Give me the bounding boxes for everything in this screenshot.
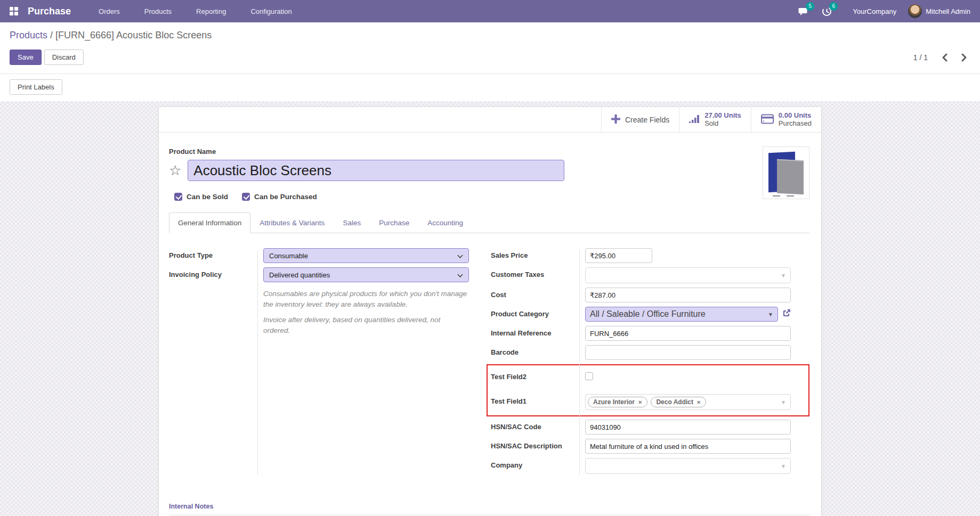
invoicing-policy-select[interactable]: Delivered quantities	[263, 267, 469, 282]
menu-reporting[interactable]: Reporting	[196, 7, 226, 15]
tab-purchase[interactable]: Purchase	[370, 212, 418, 233]
tab-attributes-variants[interactable]: Attributes & Variants	[250, 212, 334, 233]
tab-sales[interactable]: Sales	[334, 212, 370, 233]
form-sheet: Create Fields 27.00 Units Sold 0.00 Unit…	[158, 107, 822, 516]
customer-taxes-input[interactable]: ▼	[585, 267, 791, 283]
test-field1-tags-input[interactable]: Azure Interior ✕ Deco Addict ✕ ▼	[585, 394, 791, 410]
messages-icon[interactable]: 5	[798, 6, 810, 17]
dropdown-caret-icon: ▼	[768, 312, 773, 317]
hsn-sac-description-label: HSN/SAC Description	[491, 439, 579, 450]
highlight-red-box: Test Field2 Test Field1 Azure Interior	[487, 364, 809, 416]
barcode-label: Barcode	[491, 345, 579, 356]
credit-card-icon	[761, 114, 774, 126]
discard-button[interactable]: Discard	[44, 50, 84, 65]
app-name[interactable]: Purchase	[28, 6, 71, 17]
test-field1-label: Test Field1	[491, 394, 579, 405]
user-menu[interactable]: Mitchell Admin	[908, 4, 970, 18]
user-name: Mitchell Admin	[926, 7, 970, 15]
avatar	[908, 4, 922, 18]
dropdown-caret-icon: ▼	[781, 273, 786, 279]
action-buttons-row: Print Labels	[0, 74, 980, 101]
invoicing-policy-label: Invoicing Policy	[169, 267, 257, 279]
print-labels-button[interactable]: Print Labels	[10, 79, 62, 95]
chevron-down-icon	[457, 271, 463, 279]
cost-input[interactable]	[585, 288, 791, 302]
pager: 1 / 1	[913, 53, 970, 62]
product-image[interactable]	[763, 146, 809, 199]
test-field2-label: Test Field2	[491, 370, 579, 381]
internal-reference-label: Internal Reference	[491, 326, 579, 337]
units-sold-label: Sold	[704, 120, 741, 128]
customer-taxes-label: Customer Taxes	[491, 267, 579, 279]
company-input[interactable]: ▼	[585, 458, 791, 474]
notebook-tabs: General Information Attributes & Variant…	[169, 212, 809, 233]
company-label: Company	[491, 458, 579, 469]
breadcrumb: Products / [FURN_6666] Acoustic Bloc Scr…	[10, 30, 970, 41]
product-category-label: Product Category	[491, 307, 579, 318]
apps-grid-icon[interactable]	[10, 7, 18, 15]
product-name-label: Product Name	[169, 148, 809, 155]
dropdown-caret-icon: ▼	[781, 463, 786, 469]
dropdown-caret-icon: ▼	[781, 399, 786, 405]
breadcrumb-separator: /	[47, 30, 55, 40]
tag-remove-icon[interactable]: ✕	[696, 399, 701, 405]
tag-deco-addict: Deco Addict ✕	[651, 397, 706, 407]
test-field2-checkbox[interactable]	[585, 372, 593, 380]
units-purchased-label: Purchased	[779, 120, 812, 128]
units-purchased-button[interactable]: 0.00 Units Purchased	[751, 107, 821, 132]
create-fields-button[interactable]: Create Fields	[601, 107, 679, 132]
plus-icon	[611, 114, 620, 125]
pager-count: 1 / 1	[913, 53, 928, 62]
barcode-input[interactable]	[585, 345, 791, 360]
top-navbar: Purchase Orders Products Reporting Confi…	[0, 0, 980, 22]
main-content: Create Fields 27.00 Units Sold 0.00 Unit…	[0, 101, 980, 516]
product-image-gray-panel	[777, 159, 804, 195]
product-type-label: Product Type	[169, 248, 257, 259]
units-sold-button[interactable]: 27.00 Units Sold	[679, 107, 751, 132]
favorite-star-icon[interactable]: ☆	[169, 163, 181, 177]
product-type-select[interactable]: Consumable	[263, 248, 469, 263]
tab-general-information[interactable]: General Information	[169, 212, 250, 233]
pager-previous-button[interactable]	[942, 53, 947, 62]
hsn-sac-description-input[interactable]	[585, 439, 791, 454]
breadcrumb-products-link[interactable]: Products	[10, 30, 47, 40]
control-panel: Products / [FURN_6666] Acoustic Bloc Scr…	[0, 22, 980, 74]
activities-badge: 6	[829, 2, 838, 11]
internal-reference-input[interactable]	[585, 326, 791, 341]
field-help-text: Consumables are physical products for wh…	[257, 286, 469, 335]
general-right-column: Sales Price Customer Taxes ▼ Cost	[491, 248, 791, 478]
product-name-input[interactable]	[188, 160, 564, 181]
sales-price-label: Sales Price	[491, 248, 579, 259]
chevron-down-icon	[457, 252, 463, 260]
can-be-sold-checkbox[interactable]: Can be Sold	[174, 193, 228, 201]
activities-icon[interactable]: 6	[822, 6, 833, 17]
hsn-sac-code-label: HSN/SAC Code	[491, 420, 579, 431]
menu-products[interactable]: Products	[144, 7, 172, 15]
pager-next-button[interactable]	[961, 53, 967, 62]
breadcrumb-current: [FURN_6666] Acoustic Bloc Screens	[55, 30, 212, 40]
general-left-column: Product Type Consumable Invoicing Policy	[169, 248, 469, 478]
cost-label: Cost	[491, 288, 579, 299]
menu-orders[interactable]: Orders	[99, 7, 120, 15]
external-link-icon[interactable]	[782, 309, 791, 320]
checkbox-checked-icon	[242, 193, 250, 201]
tab-accounting[interactable]: Accounting	[418, 212, 472, 233]
messages-badge: 5	[806, 2, 814, 11]
checkbox-checked-icon	[174, 193, 182, 201]
company-switcher[interactable]: YourCompany	[853, 7, 896, 15]
units-purchased-value: 0.00 Units	[779, 112, 812, 120]
sales-price-input[interactable]	[585, 248, 652, 263]
units-sold-value: 27.00 Units	[704, 112, 741, 120]
internal-notes-title: Internal Notes	[169, 503, 809, 515]
can-be-purchased-checkbox[interactable]: Can be Purchased	[242, 193, 317, 201]
menu-configuration[interactable]: Configuration	[250, 7, 291, 15]
button-box: Create Fields 27.00 Units Sold 0.00 Unit…	[159, 107, 821, 133]
save-button[interactable]: Save	[10, 50, 42, 65]
tag-remove-icon[interactable]: ✕	[638, 399, 642, 405]
product-category-input[interactable]: All / Saleable / Office Furniture ▼	[585, 307, 778, 322]
hsn-sac-code-input[interactable]	[585, 420, 791, 435]
tag-azure-interior: Azure Interior ✕	[588, 397, 647, 407]
bar-chart-icon	[689, 114, 700, 125]
